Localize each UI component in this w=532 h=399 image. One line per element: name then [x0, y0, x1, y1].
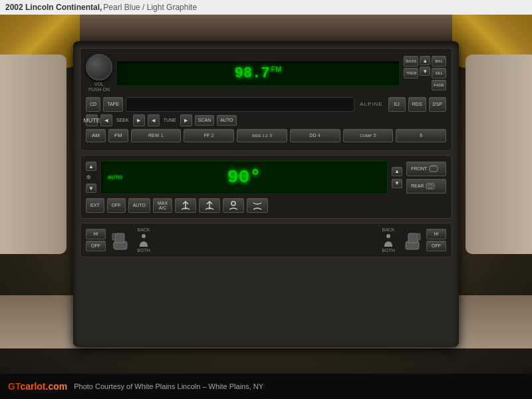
auto-climate-button[interactable]: AUTO: [128, 198, 150, 213]
fan-up-button[interactable]: ▲: [392, 167, 402, 176]
svg-rect-0: [430, 166, 438, 172]
auto-button[interactable]: AUTO: [217, 115, 236, 126]
am-button[interactable]: AM: [86, 129, 106, 142]
seat-right-off-button[interactable]: OFF: [426, 241, 446, 251]
gtcarlot-logo: GTcarlot.com: [8, 381, 67, 392]
preset-4-button[interactable]: DD 4: [290, 129, 340, 142]
seek-tune-row: MUTE ◄ SEEK ► ◄ TUNE ► SCAN AUTO: [86, 114, 446, 126]
seat-left-toggle: HI OFF: [86, 229, 106, 251]
fan-icon-row: ❄: [86, 174, 96, 181]
both-label-left: BOTH: [137, 248, 150, 253]
rear-label: REAR: [411, 184, 424, 188]
tune-label: TUNE: [162, 118, 178, 122]
ext-button[interactable]: EXT: [86, 198, 104, 213]
preset-1-button[interactable]: REW 1: [131, 129, 182, 142]
svg-rect-10: [408, 233, 418, 243]
arrow-col: ▲ ▼: [420, 56, 430, 90]
seat-right-svg: [402, 228, 422, 251]
seat-left-icon: [108, 227, 132, 253]
bass-down-button[interactable]: ▼: [420, 66, 430, 76]
front-icon: [429, 165, 438, 173]
scan-button[interactable]: SCAN: [195, 115, 214, 126]
rear-icon: [426, 182, 435, 190]
sel-button[interactable]: SEL: [432, 68, 446, 78]
rds-button[interactable]: RDS: [408, 97, 426, 112]
preset-2-label: FF: [204, 133, 210, 138]
bass-button[interactable]: BASS: [404, 56, 418, 66]
tape-button[interactable]: TAPE: [103, 97, 123, 112]
temp-up-button[interactable]: ▲: [86, 162, 96, 171]
treb-button[interactable]: TREB: [404, 68, 418, 78]
preset-4-label: DD: [309, 133, 316, 138]
seat-right-toggle: HI OFF: [426, 229, 446, 251]
seek-label: SEEK: [115, 118, 130, 122]
preset-1-label: REW: [148, 133, 159, 138]
mute-button[interactable]: MUTE: [86, 114, 98, 126]
max-ac-button[interactable]: MAXA/C: [153, 198, 172, 213]
seat-section: HI OFF BACK: [80, 223, 452, 257]
bal-button[interactable]: BAL: [432, 56, 446, 66]
front-label: FRONT: [411, 166, 427, 171]
vol-label: VOLPUSH ON: [88, 82, 110, 93]
fm-button[interactable]: FM: [108, 129, 128, 142]
cd-tape-row: CD TAPE ALPINE EJ RDS DSP: [86, 97, 446, 112]
max-ac-label: MAXA/C: [158, 201, 168, 210]
preset-6-button[interactable]: 6: [396, 129, 446, 142]
tune-left-button[interactable]: ◄: [148, 114, 160, 126]
preset-2-button[interactable]: FF 2: [184, 129, 234, 142]
seat-group-left: HI OFF: [86, 227, 132, 253]
bottom-bar: GTcarlot.com Photo Courtesy of White Pla…: [0, 374, 532, 399]
seat-group-right: HI OFF: [400, 227, 446, 253]
bass-treb-group: BASS TREB ▲ ▼ BAL SEL FADE: [404, 56, 446, 90]
fan-down-button[interactable]: ▼: [392, 179, 402, 188]
back-label-left: BACK: [137, 227, 150, 232]
fade-button[interactable]: FADE: [432, 80, 446, 90]
person-icon-right: [382, 233, 395, 247]
radio-right-controls: BASS TREB ▲ ▼ BAL SEL FADE: [404, 56, 446, 90]
radio-frequency: 98.7: [235, 65, 270, 82]
eject-button[interactable]: EJ: [388, 97, 406, 112]
rear-button[interactable]: REAR: [406, 179, 446, 194]
back-label-right: BACK: [382, 227, 394, 232]
seek-right-button[interactable]: ►: [133, 114, 145, 126]
preset-3-button[interactable]: SIDE 1·2 3: [237, 129, 287, 142]
mute-label: MUTE: [83, 117, 100, 124]
person-icon-left: [137, 233, 150, 247]
seek-left-button[interactable]: ◄: [100, 114, 112, 126]
alpine-logo: ALPINE: [357, 101, 385, 107]
seat-left-hi-button[interactable]: HI: [86, 229, 106, 239]
seat-right-icon: [400, 227, 424, 253]
seat-left-off-button[interactable]: OFF: [86, 241, 106, 251]
vent-3-icon: [227, 200, 239, 211]
vehicle-title: 2002 Lincoln Continental,: [5, 3, 102, 12]
top-bar: 2002 Lincoln Continental, Pearl Blue / L…: [0, 0, 532, 15]
radio-top-row: VOLPUSH ON 98.7 FM BASS TREB: [86, 54, 446, 93]
vent-1-button[interactable]: [175, 198, 196, 213]
bass-up-button[interactable]: ▲: [420, 56, 430, 65]
radio-section: VOLPUSH ON 98.7 FM BASS TREB: [80, 48, 452, 151]
vehicle-color: Pearl Blue / Light Graphite: [103, 3, 197, 12]
tune-right-button[interactable]: ►: [180, 114, 192, 126]
cd-button[interactable]: CD: [86, 97, 100, 112]
vent-1-icon: [180, 200, 192, 211]
vent-4-button[interactable]: [247, 198, 268, 213]
svg-rect-1: [426, 184, 434, 189]
preset-5-button[interactable]: COMP 5: [343, 129, 394, 142]
front-button[interactable]: FRONT: [406, 162, 446, 176]
volume-knob[interactable]: [86, 54, 112, 80]
vent-2-button[interactable]: [199, 198, 220, 213]
com-text: .com: [46, 381, 68, 392]
bal-fade-col: BAL SEL FADE: [432, 56, 446, 90]
off-button[interactable]: OFF: [107, 198, 126, 213]
vent-3-button[interactable]: [223, 198, 244, 213]
vol-group: VOLPUSH ON: [86, 54, 112, 93]
svg-rect-11: [418, 233, 420, 240]
preset-4-num: 4: [317, 132, 320, 138]
carlot-text: carlot: [20, 381, 45, 392]
preset-5-label: COMP: [360, 134, 372, 138]
seat-right-hi-button[interactable]: HI: [426, 229, 446, 239]
dsp-button[interactable]: DSP: [429, 97, 446, 112]
seat-labels-left: BACK BOTH: [137, 227, 150, 253]
vent-2-icon: [203, 200, 215, 211]
temp-down-button[interactable]: ▼: [86, 184, 96, 193]
